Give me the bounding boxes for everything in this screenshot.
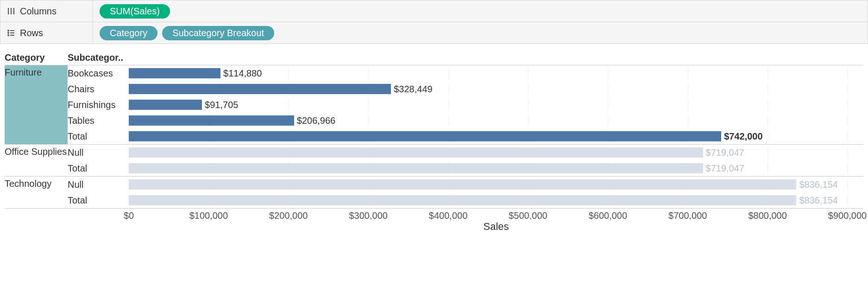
subcategory-cell[interactable]: Total <box>68 131 129 142</box>
bar[interactable] <box>129 84 391 94</box>
bar[interactable] <box>129 68 220 78</box>
visualization: Category Subcategor.. FurnitureBookcases… <box>0 44 868 235</box>
bar-track: $742,000 <box>129 130 863 142</box>
bar[interactable] <box>129 163 703 173</box>
subcategory-cell[interactable]: Furnishings <box>68 100 129 110</box>
svg-point-5 <box>8 32 9 33</box>
gridline <box>767 83 768 95</box>
table-row: Bookcases$114,880 <box>68 65 863 81</box>
axis-tick: $100,000 <box>189 210 228 221</box>
gridline <box>688 83 688 95</box>
subcategory-cell[interactable]: Bookcases <box>68 68 129 79</box>
bar-track: $114,880 <box>129 67 863 79</box>
rows-icon <box>7 29 15 37</box>
gridline <box>767 99 768 111</box>
bar[interactable] <box>129 115 294 126</box>
category-cell[interactable]: Furniture <box>5 65 68 144</box>
axis-tick: $200,000 <box>269 210 308 221</box>
category-group: TechnologyNull$836,154Total$836,154 <box>5 176 863 208</box>
gridline <box>848 67 848 79</box>
bar-value-label: $719,047 <box>706 147 744 158</box>
columns-pills: SUM(Sales) <box>93 4 170 19</box>
bar-value-label: $742,000 <box>724 131 762 142</box>
bar[interactable] <box>129 179 796 190</box>
bar-track: $836,154 <box>129 178 863 191</box>
category-cell[interactable]: Office Supplies <box>5 145 68 176</box>
x-axis: Sales $0$100,000$200,000$300,000$400,000… <box>5 209 863 232</box>
pill-subcategory-breakout[interactable]: Subcategory Breakout <box>162 26 274 40</box>
gridline <box>368 67 369 79</box>
gridline <box>448 114 449 127</box>
table-row: Total$836,154 <box>68 192 863 208</box>
category-rows: Bookcases$114,880Chairs$328,449Furnishin… <box>68 65 863 144</box>
gridline <box>767 130 768 142</box>
gridline <box>289 99 289 111</box>
gridline <box>767 146 768 159</box>
axis-tick: $700,000 <box>668 210 707 221</box>
axis-tick: $400,000 <box>429 210 467 221</box>
gridline <box>767 67 768 79</box>
column-headers: Category Subcategor.. <box>5 52 863 65</box>
gridline <box>528 114 528 127</box>
gridline <box>848 130 848 142</box>
gridline <box>688 114 688 127</box>
gridline <box>608 99 608 111</box>
pill-sum-sales[interactable]: SUM(Sales) <box>100 4 170 19</box>
gridline <box>848 99 848 111</box>
subcategory-cell[interactable]: Null <box>68 147 129 158</box>
gridline <box>368 99 369 111</box>
gridline <box>848 114 848 127</box>
axis-spacer-sub <box>68 209 129 232</box>
columns-icon <box>7 7 15 15</box>
category-cell[interactable]: Technology <box>5 177 68 208</box>
pill-category[interactable]: Category <box>100 26 157 40</box>
gridline <box>368 114 369 127</box>
columns-shelf[interactable]: Columns SUM(Sales) <box>0 0 868 22</box>
subcategory-cell[interactable]: Chairs <box>68 84 129 95</box>
bar-value-label: $91,705 <box>205 100 238 110</box>
gridline <box>289 67 289 79</box>
subcategory-cell[interactable]: Total <box>68 163 129 174</box>
gridline <box>448 67 449 79</box>
gridline <box>767 162 768 174</box>
bar[interactable] <box>129 100 202 110</box>
gridline <box>528 99 528 111</box>
axis-spacer-cat <box>5 209 68 232</box>
bar-value-label: $836,154 <box>799 179 837 190</box>
header-category[interactable]: Category <box>5 52 68 63</box>
axis-tick: $900,000 <box>828 210 867 221</box>
bar-track: $206,966 <box>129 114 863 127</box>
rows-pills: CategorySubcategory Breakout <box>93 26 274 40</box>
gridline <box>528 83 528 95</box>
bar-value-label: $206,966 <box>297 115 335 126</box>
gridline <box>848 146 848 159</box>
gridline <box>448 99 449 111</box>
axis-tick: $600,000 <box>589 210 627 221</box>
subcategory-cell[interactable]: Tables <box>68 115 129 126</box>
chart-body: FurnitureBookcases$114,880Chairs$328,449… <box>5 65 863 209</box>
table-row: Chairs$328,449 <box>68 81 863 97</box>
rows-shelf[interactable]: Rows CategorySubcategory Breakout <box>0 22 868 44</box>
gridline <box>688 67 688 79</box>
bar-value-label: $719,047 <box>706 163 744 174</box>
header-bars-spacer <box>129 52 863 63</box>
gridline <box>848 194 848 206</box>
x-axis-area[interactable]: Sales $0$100,000$200,000$300,000$400,000… <box>129 209 863 232</box>
gridline <box>848 162 848 174</box>
gridline <box>848 178 848 191</box>
header-subcategory[interactable]: Subcategor.. <box>68 52 129 63</box>
subcategory-cell[interactable]: Total <box>68 195 129 206</box>
svg-point-3 <box>8 30 9 31</box>
category-group: FurnitureBookcases$114,880Chairs$328,449… <box>5 65 863 144</box>
table-row: Tables$206,966 <box>68 113 863 128</box>
bar-track: $836,154 <box>129 194 863 206</box>
gridline <box>767 114 768 127</box>
table-row: Null$836,154 <box>68 177 863 192</box>
bar[interactable] <box>129 195 796 205</box>
table-row: Total$742,000 <box>68 128 863 144</box>
bar[interactable] <box>129 131 721 141</box>
gridline <box>848 83 848 95</box>
subcategory-cell[interactable]: Null <box>68 179 129 190</box>
axis-tick: $300,000 <box>349 210 387 221</box>
bar[interactable] <box>129 147 703 158</box>
